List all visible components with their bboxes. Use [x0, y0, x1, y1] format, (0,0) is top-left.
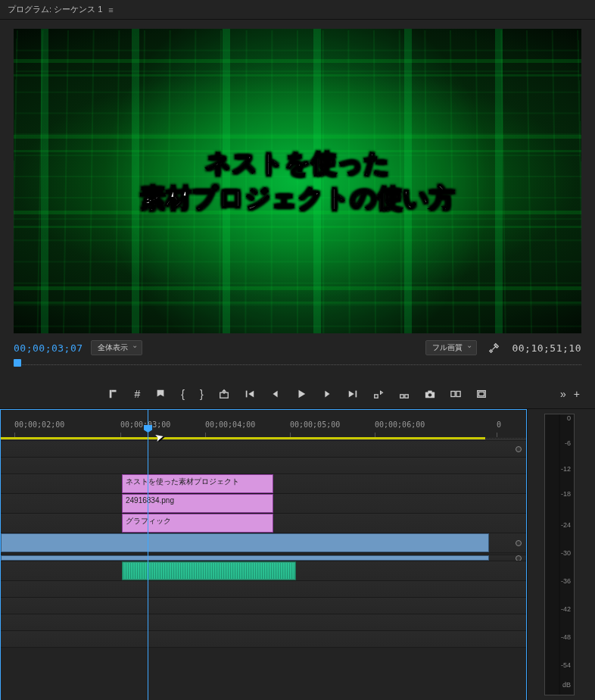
out-point-button[interactable]: }	[200, 388, 204, 400]
timeline-bottom-pad	[1, 647, 526, 677]
export-frame-button[interactable]	[219, 389, 229, 399]
more-button[interactable]: »	[560, 388, 566, 400]
audio-meter-scale[interactable]: 0 -6 -12 -18 -24 -30 -36 -42 -48 -54 dB	[544, 414, 575, 695]
svg-rect-6	[400, 394, 403, 397]
button-editor-button[interactable]: +	[574, 388, 580, 400]
svg-rect-3	[245, 390, 247, 397]
program-panel-header: プログラム: シーケンス 1 ≡	[0, 0, 595, 20]
svg-rect-12	[456, 391, 459, 396]
ruler-tick: 00;00;04;00	[205, 420, 255, 429]
db-label: -54	[561, 661, 571, 669]
meter-channel-left	[545, 414, 559, 695]
current-timecode[interactable]: 00;00;03;07	[14, 342, 83, 354]
db-label: -24	[561, 521, 571, 529]
scrubber-track[interactable]	[14, 364, 581, 365]
svg-rect-4	[355, 390, 357, 397]
play-button[interactable]	[296, 389, 307, 399]
ruler-tick: 00;00;02;00	[14, 420, 64, 429]
lift-button[interactable]	[373, 389, 384, 399]
svg-rect-0	[110, 389, 112, 398]
preview-area: ネストを使った 素材プロジェクトの使い方	[0, 20, 595, 336]
clip-label: 24916834.png	[126, 496, 174, 505]
transport-controls: # { } » +	[0, 379, 595, 409]
in-point-button[interactable]: {	[181, 388, 185, 400]
clip-png[interactable]: 24916834.png	[122, 494, 273, 513]
timeline-ruler[interactable]: 00;00;02;00 00;00;03;00 00;00;04;00 00;0…	[1, 410, 526, 440]
video-track[interactable]	[1, 440, 526, 457]
video-track[interactable]	[1, 457, 526, 473]
comparison-view-button[interactable]	[450, 389, 461, 399]
marker-button[interactable]	[155, 389, 166, 399]
meter-solo-row: S S	[531, 695, 592, 700]
db-label: -6	[565, 439, 571, 447]
svg-rect-7	[404, 394, 407, 397]
monitor-scrubber[interactable]	[0, 359, 595, 379]
work-area-bar[interactable]	[1, 437, 485, 439]
timeline-panel[interactable]: 00;00;02;00 00;00;03;00 00;00;04;00 00;0…	[0, 409, 527, 700]
program-monitor[interactable]: ネストを使った 素材プロジェクトの使い方	[14, 29, 581, 333]
audio-track-a1[interactable]	[1, 555, 526, 561]
add-marker-button[interactable]	[108, 389, 119, 399]
settings-wrench-icon[interactable]	[489, 342, 500, 353]
video-track-v3[interactable]: ネストを使った素材プロジェクト	[1, 473, 526, 493]
timeline-playhead[interactable]	[148, 410, 148, 700]
waveform-icon	[123, 563, 295, 579]
db-label: -18	[561, 490, 571, 498]
audio-track[interactable]	[1, 597, 526, 614]
audio-meter-panel: 0 -6 -12 -18 -24 -30 -36 -42 -48 -54 dB …	[527, 409, 595, 700]
clip-title[interactable]: ネストを使った素材プロジェクト	[122, 474, 273, 493]
db-label: -42	[561, 605, 571, 613]
svg-rect-11	[450, 391, 454, 396]
video-track-v1[interactable]: グラフィック	[1, 513, 526, 533]
preview-title-text: ネストを使った 素材プロジェクトの使い方	[140, 146, 455, 216]
preview-line-2: 素材プロジェクトの使い方	[140, 181, 455, 216]
clip-audio-linked[interactable]	[1, 555, 489, 561]
timeline-tracks: ネストを使った素材プロジェクト 24916834.png グラフィック	[1, 440, 526, 677]
ruler-tick: 00;00;05;00	[290, 420, 340, 429]
extract-button[interactable]	[399, 389, 410, 399]
video-track-v2[interactable]: 24916834.png	[1, 493, 526, 513]
ruler-tick: 0	[497, 420, 501, 429]
mark-in-button[interactable]: #	[134, 388, 140, 400]
monitor-status-bar: 00;00;03;07 全体表示 フル画質 00;10;51;10	[0, 336, 595, 359]
clip-graphic[interactable]: グラフィック	[122, 514, 273, 533]
step-forward-button[interactable]	[322, 389, 332, 399]
audio-track[interactable]	[1, 580, 526, 597]
clip-bg-video[interactable]	[1, 533, 489, 552]
svg-rect-1	[112, 389, 117, 392]
audio-track[interactable]	[1, 614, 526, 630]
track-end-dot-icon	[516, 540, 522, 546]
panel-menu-icon[interactable]: ≡	[108, 5, 113, 14]
svg-rect-9	[428, 390, 431, 392]
track-end-dot-icon	[516, 446, 522, 452]
db-label: -30	[561, 549, 571, 557]
timeline-area: 00;00;02;00 00;00;03;00 00;00;04;00 00;0…	[0, 409, 595, 700]
audio-track[interactable]	[1, 630, 526, 647]
db-label: dB	[562, 681, 571, 689]
ruler-tick: 00;00;06;00	[375, 420, 425, 429]
db-label: 0	[567, 414, 571, 422]
svg-rect-5	[374, 394, 377, 397]
safe-margins-button[interactable]	[476, 389, 487, 399]
camera-button[interactable]	[425, 389, 435, 399]
clip-label: ネストを使った素材プロジェクト	[126, 477, 239, 486]
clip-label: グラフィック	[126, 517, 171, 525]
db-label: -48	[561, 633, 571, 641]
preview-line-1: ネストを使った	[140, 146, 455, 181]
scrubber-playhead[interactable]	[14, 359, 21, 367]
go-to-out-button[interactable]	[347, 389, 358, 399]
audio-track-a2[interactable]	[1, 561, 526, 580]
step-back-button[interactable]	[270, 389, 281, 399]
playback-quality-dropdown[interactable]: フル画質	[425, 340, 477, 355]
video-track-bg[interactable]	[1, 533, 526, 552]
svg-rect-14	[478, 392, 484, 395]
db-label: -12	[561, 465, 571, 473]
panel-title: プログラム: シーケンス 1	[8, 4, 102, 15]
zoom-fit-dropdown[interactable]: 全体表示	[91, 340, 142, 355]
duration-timecode: 00;10;51;10	[512, 342, 581, 354]
go-to-in-button[interactable]	[245, 389, 255, 399]
db-label: -36	[561, 577, 571, 585]
svg-point-10	[428, 393, 431, 396]
